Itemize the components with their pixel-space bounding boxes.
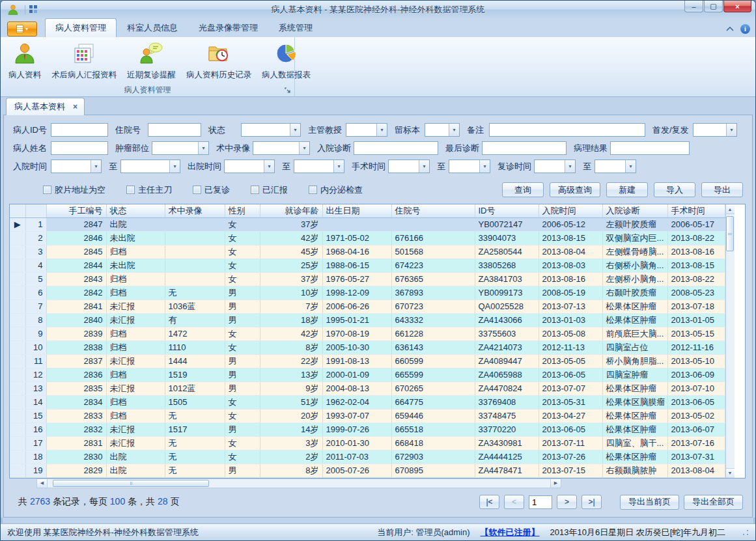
grid-cell[interactable]: 1517 <box>165 423 225 436</box>
grid-cell[interactable]: 668418 <box>391 436 475 450</box>
grid-cell[interactable]: 左额叶胶质瘤 <box>602 217 667 231</box>
grid-cell[interactable]: 2013-06-05 <box>667 395 725 409</box>
grid-cell[interactable]: 女 <box>225 231 260 245</box>
filter-combobox[interactable]: ▾ <box>534 160 576 173</box>
filter-input[interactable] <box>51 141 108 155</box>
grid-cell[interactable]: 无 <box>165 450 225 464</box>
grid-cell[interactable]: 归档 <box>106 395 165 409</box>
grid-cell[interactable]: 1444 <box>165 354 225 368</box>
grid-cell[interactable]: 636143 <box>391 340 475 354</box>
filter-combobox[interactable]: ▾ <box>346 123 387 137</box>
grid-cell[interactable]: 2006-05-12 <box>539 217 602 231</box>
scroll-right-icon[interactable]: ▶ <box>550 479 561 488</box>
grid-cell[interactable]: 女 <box>225 217 260 231</box>
grid-cell[interactable]: 2012-11-13 <box>539 340 602 354</box>
table-row[interactable]: 152833归档无女20岁1993-07-0765944633748475201… <box>10 409 725 423</box>
chevron-down-icon[interactable]: ▾ <box>299 142 309 154</box>
filter-input[interactable] <box>610 141 690 155</box>
grid-cell[interactable]: 未汇报 <box>106 354 165 368</box>
grid-cell[interactable]: 13岁 <box>260 368 322 381</box>
grid-column-header[interactable]: 性别 <box>225 204 260 217</box>
grid-cell[interactable]: 女 <box>225 436 260 450</box>
grid-cell[interactable]: 2013-08-04 <box>667 464 725 477</box>
grid-cell[interactable]: ZA4470824 <box>475 381 539 395</box>
grid-cell[interactable] <box>165 272 225 286</box>
grid-cell[interactable]: 2013-08-16 <box>539 272 602 286</box>
grid-cell[interactable]: YB0099173 <box>475 286 539 299</box>
combobox-input[interactable] <box>152 142 198 154</box>
grid-cell[interactable]: 2841 <box>46 299 106 313</box>
grid-cell[interactable]: 前颅底巨大脑... <box>602 327 667 340</box>
grid-cell[interactable]: 660599 <box>391 354 475 368</box>
filter-input[interactable] <box>489 123 645 137</box>
info-icon[interactable]: i <box>740 24 750 34</box>
grid-cell[interactable]: 45岁 <box>260 245 322 258</box>
filter-combobox[interactable]: ▾ <box>425 123 460 137</box>
grid-cell[interactable]: ZA3841703 <box>475 272 539 286</box>
table-row[interactable]: 82840未汇报有男18岁1995-01-21643332ZA414306620… <box>10 313 725 327</box>
filter-combobox[interactable]: ▾ <box>449 160 490 173</box>
combobox-input[interactable] <box>535 160 565 173</box>
grid-cell[interactable]: 51岁 <box>260 395 322 409</box>
chevron-down-icon[interactable]: ▾ <box>290 124 300 136</box>
table-row[interactable]: 92839归档1472女42岁1970-08-19661228337556032… <box>10 327 725 340</box>
scroll-up-icon[interactable]: ▲ <box>726 204 735 214</box>
chevron-down-icon[interactable]: ▾ <box>479 160 490 173</box>
resize-grip[interactable] <box>742 529 749 536</box>
chevron-down-icon[interactable]: ▾ <box>169 160 180 173</box>
horizontal-scrollbar[interactable]: ◀ ▶ <box>36 479 561 488</box>
grid-cell[interactable]: 1968-04-16 <box>322 245 391 258</box>
checkbox-box[interactable] <box>43 186 51 194</box>
grid-cell[interactable]: 1998-12-09 <box>322 286 391 299</box>
quick-access-icon[interactable] <box>29 5 38 14</box>
grid-cell[interactable]: 7岁 <box>260 299 322 313</box>
grid-cell[interactable]: 2013-07-10 <box>667 381 725 395</box>
grid-cell[interactable]: 25岁 <box>260 258 322 272</box>
grid-cell[interactable]: 归档 <box>106 368 165 381</box>
checkbox-box[interactable] <box>126 186 135 194</box>
grid-cell[interactable]: 左侧蝶骨嵴脑... <box>602 245 667 258</box>
grid-cell[interactable]: 出院 <box>106 450 165 464</box>
combobox-input[interactable] <box>425 124 449 136</box>
grid-cell[interactable]: 女 <box>225 450 260 464</box>
filter-combobox[interactable]: ▾ <box>253 141 310 155</box>
grid-cell[interactable]: 2013-05-05 <box>539 354 602 368</box>
grid-cell[interactable] <box>391 217 475 231</box>
grid-cell[interactable]: 2013-06-09 <box>667 368 725 381</box>
grid-cell[interactable]: 8岁 <box>260 464 322 477</box>
grid-cell[interactable]: 左侧桥小脑角... <box>602 272 667 286</box>
grid-cell[interactable]: ZA4089447 <box>475 354 539 368</box>
grid-cell[interactable]: 20岁 <box>260 409 322 423</box>
grid-cell[interactable]: ZA4214073 <box>475 340 539 354</box>
grid-cell[interactable]: 33748475 <box>475 409 539 423</box>
grid-cell[interactable]: 2013-06-07 <box>667 423 725 436</box>
grid-cell[interactable]: 2006-06-26 <box>322 299 391 313</box>
grid-cell[interactable]: ZA4444125 <box>475 450 539 464</box>
grid-cell[interactable]: 出院 <box>106 217 165 231</box>
close-button[interactable]: × <box>723 1 751 12</box>
grid-cell[interactable]: 2845 <box>46 245 106 258</box>
grid-cell[interactable]: 2013-08-15 <box>539 231 602 245</box>
tab-staff-info[interactable]: 科室人员信息 <box>117 18 188 37</box>
grid-column-header[interactable]: 住院号 <box>391 204 475 217</box>
table-row[interactable]: 32845归档女45岁1968-04-16501568ZA25805442013… <box>10 245 725 258</box>
grid-cell[interactable]: 665599 <box>391 368 475 381</box>
grid-cell[interactable]: 松果体区肿瘤 <box>602 381 667 395</box>
tab-close-icon[interactable]: × <box>73 102 77 111</box>
grid-cell[interactable]: 归档 <box>106 245 165 258</box>
filter-input[interactable] <box>148 123 201 137</box>
grid-cell[interactable]: 18岁 <box>260 313 322 327</box>
grid-cell[interactable]: 2005-07-26 <box>322 464 391 477</box>
grid-cell[interactable]: 2847 <box>46 217 106 231</box>
advanced-search-button[interactable]: 高级查询 <box>550 182 600 197</box>
grid-cell[interactable]: 1036蓝 <box>165 299 225 313</box>
grid-cell[interactable]: 8岁 <box>260 340 322 354</box>
filter-combobox[interactable]: ▾ <box>241 123 301 137</box>
grid-cell[interactable]: 1991-08-13 <box>322 354 391 368</box>
grid-cell[interactable]: 四脑室占位 <box>602 340 667 354</box>
filter-combobox[interactable]: ▾ <box>224 160 275 173</box>
grid-cell[interactable] <box>165 231 225 245</box>
grid-cell[interactable]: 右侧桥小脑角... <box>602 258 667 272</box>
grid-cell[interactable]: 四脑室肿瘤 <box>602 368 667 381</box>
filter-combobox[interactable]: ▾ <box>388 160 430 173</box>
